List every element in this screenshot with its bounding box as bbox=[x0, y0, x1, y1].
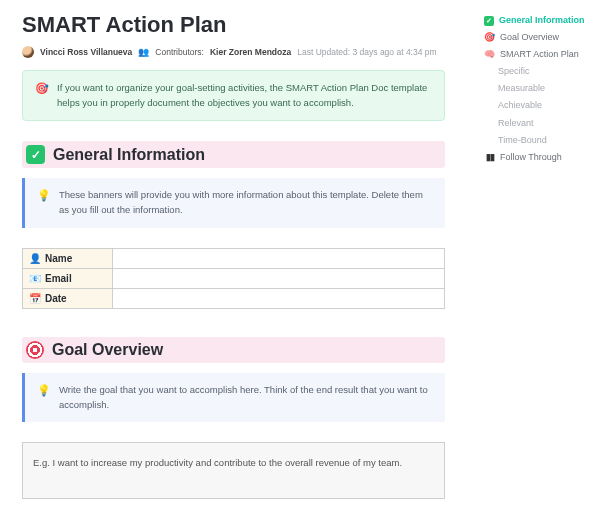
people-icon: 👥 bbox=[138, 47, 149, 57]
contributors-label: Contributors: bbox=[155, 47, 204, 57]
outline-item-timebound[interactable]: Time-Bound bbox=[482, 132, 600, 149]
check-icon: ✓ bbox=[26, 145, 45, 164]
section-heading-goal: Goal Overview bbox=[22, 337, 445, 363]
intro-callout: 🎯 If you want to organize your goal-sett… bbox=[22, 70, 445, 121]
check-icon: ✓ bbox=[484, 16, 494, 26]
bullseye-icon bbox=[26, 341, 44, 359]
main-content: SMART Action Plan Vincci Ross Villanueva… bbox=[0, 0, 445, 499]
outline-item-relevant[interactable]: Relevant bbox=[482, 115, 600, 132]
brain-icon: 🧠 bbox=[484, 46, 495, 63]
outline-item-specific[interactable]: Specific bbox=[482, 63, 600, 80]
outline-item-follow[interactable]: ▮▮ Follow Through bbox=[482, 149, 600, 166]
target-icon: 🎯 bbox=[35, 81, 49, 96]
goal-heading-text: Goal Overview bbox=[52, 341, 163, 359]
outline-label: Achievable bbox=[498, 97, 542, 114]
outline-label: Relevant bbox=[498, 115, 534, 132]
name-label: Name bbox=[45, 253, 72, 264]
outline-panel: ✓ General Information 🎯 Goal Overview 🧠 … bbox=[482, 12, 600, 166]
outline-item-measurable[interactable]: Measurable bbox=[482, 80, 600, 97]
outline-label: Goal Overview bbox=[500, 29, 559, 46]
avatar bbox=[22, 46, 34, 58]
outline-label: General Information bbox=[499, 12, 585, 29]
email-icon: 📧 bbox=[29, 273, 41, 284]
section-heading-general: ✓ General Information bbox=[22, 141, 445, 168]
email-label-cell: 📧Email bbox=[23, 268, 113, 288]
lightbulb-icon: 💡 bbox=[37, 383, 51, 398]
email-label: Email bbox=[45, 273, 72, 284]
meta-row: Vincci Ross Villanueva 👥 Contributors: K… bbox=[22, 46, 445, 58]
outline-item-general[interactable]: ✓ General Information bbox=[482, 12, 600, 29]
name-value-cell[interactable] bbox=[113, 248, 445, 268]
outline-item-achievable[interactable]: Achievable bbox=[482, 97, 600, 114]
outline-label: Specific bbox=[498, 63, 530, 80]
general-callout-text: These banners will provide you with more… bbox=[59, 188, 433, 217]
general-heading-text: General Information bbox=[53, 146, 205, 164]
date-value-cell[interactable] bbox=[113, 288, 445, 308]
goal-callout: 💡 Write the goal that you want to accomp… bbox=[22, 373, 445, 422]
person-icon: 👤 bbox=[29, 253, 41, 264]
last-updated: Last Updated: 3 days ago at 4:34 pm bbox=[297, 47, 436, 57]
table-row: 👤Name bbox=[23, 248, 445, 268]
page-title: SMART Action Plan bbox=[22, 12, 445, 38]
contributor-name: Kier Zoren Mendoza bbox=[210, 47, 291, 57]
table-row: 📅Date bbox=[23, 288, 445, 308]
outline-label: Time-Bound bbox=[498, 132, 547, 149]
outline-item-goal[interactable]: 🎯 Goal Overview bbox=[482, 29, 600, 46]
bullseye-icon: 🎯 bbox=[484, 29, 495, 46]
goal-input-box[interactable]: E.g. I want to increase my productivity … bbox=[22, 442, 445, 499]
date-label: Date bbox=[45, 293, 67, 304]
date-label-cell: 📅Date bbox=[23, 288, 113, 308]
general-callout: 💡 These banners will provide you with mo… bbox=[22, 178, 445, 227]
goal-callout-text: Write the goal that you want to accompli… bbox=[59, 383, 433, 412]
calendar-icon: 📅 bbox=[29, 293, 41, 304]
intro-callout-text: If you want to organize your goal-settin… bbox=[57, 81, 432, 110]
outline-label: SMART Action Plan bbox=[500, 46, 579, 63]
outline-item-plan[interactable]: 🧠 SMART Action Plan bbox=[482, 46, 600, 63]
name-label-cell: 👤Name bbox=[23, 248, 113, 268]
author-name: Vincci Ross Villanueva bbox=[40, 47, 132, 57]
email-value-cell[interactable] bbox=[113, 268, 445, 288]
outline-label: Follow Through bbox=[500, 149, 562, 166]
lightbulb-icon: 💡 bbox=[37, 188, 51, 203]
table-row: 📧Email bbox=[23, 268, 445, 288]
info-table: 👤Name 📧Email 📅Date bbox=[22, 248, 445, 309]
outline-label: Measurable bbox=[498, 80, 545, 97]
bars-icon: ▮▮ bbox=[484, 149, 495, 166]
